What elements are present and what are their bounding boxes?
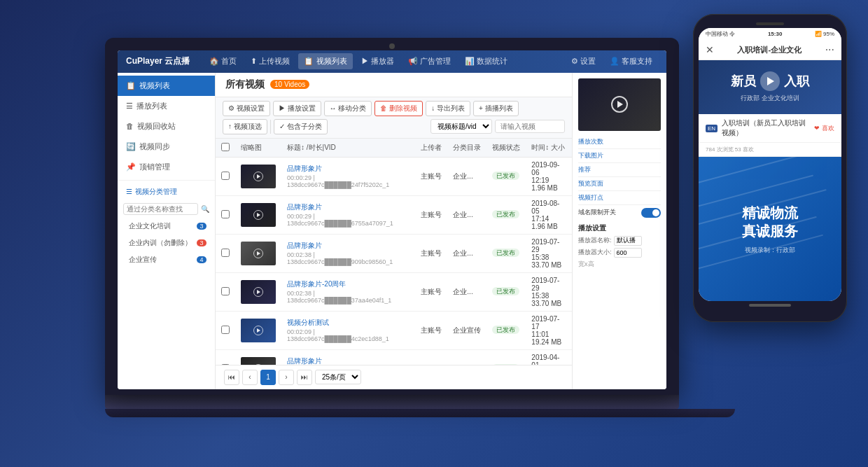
- toolbar-top-select[interactable]: ↑ 视频顶选: [223, 119, 267, 134]
- trash-icon: 🗑: [126, 122, 134, 130]
- player-name-row: 播放器名称:: [578, 236, 661, 246]
- phone-play-circle[interactable]: [760, 71, 780, 91]
- row-thumbnail: [235, 195, 281, 234]
- video-title-link[interactable]: 品牌形象片-20周年: [287, 279, 410, 289]
- video-title-link[interactable]: 品牌形象片: [287, 356, 410, 365]
- table-row: 品牌形象片-20周年 00:02:38 | 138dcc9667c██████3…: [216, 272, 572, 311]
- battery-label: 95%: [823, 31, 834, 37]
- phone-ad-sub: 视频录制：行政部: [745, 246, 795, 255]
- row-uploader: 主账号: [415, 272, 447, 311]
- sidebar-item-video-list[interactable]: 📋 视频列表: [118, 76, 215, 96]
- page-first-btn[interactable]: ⏮: [224, 370, 239, 385]
- sidebar-item-playlist[interactable]: ☰ 播放列表: [118, 96, 215, 116]
- video-title-link[interactable]: 品牌形象片: [287, 164, 410, 174]
- toolbar-export-list[interactable]: ↓ 导出列表: [426, 101, 470, 116]
- toolbar-insert-playlist[interactable]: + 插播列表: [473, 101, 519, 116]
- preview-recommend[interactable]: 推荐: [578, 163, 661, 177]
- search-icon[interactable]: 🔍: [201, 205, 209, 213]
- nav-player[interactable]: ▶ 播放器: [356, 53, 400, 69]
- video-table: 缩略图 标题↕ /时长|VID 上传者 分类目录 视频状态 时间↕ 大小: [216, 139, 572, 365]
- row-uploader: 主账号: [415, 349, 447, 365]
- sidebar-item-recycle[interactable]: 🗑 视频回收站: [118, 116, 215, 137]
- video-title-link[interactable]: 品牌形象片: [287, 241, 410, 251]
- preview-page[interactable]: 预览页面: [578, 177, 661, 191]
- phone-lang-badge: EN: [706, 125, 718, 132]
- row-title-cell: 品牌形象片-20周年 00:02:38 | 138dcc9667c██████3…: [281, 272, 415, 311]
- row-title-cell: 品牌形象片 00:00:29 | 138dcc9667c██████24f7f5…: [281, 157, 415, 195]
- toolbar-include-sub[interactable]: ✓ 包含子分类: [274, 119, 328, 134]
- row-select-checkbox[interactable]: [221, 249, 230, 257]
- video-title-link[interactable]: 视频分析测试: [287, 318, 410, 328]
- nav-stats[interactable]: 📊 数据统计: [459, 53, 513, 69]
- table-header-row: 缩略图 标题↕ /时长|VID 上传者 分类目录 视频状态 时间↕ 大小: [216, 139, 572, 158]
- sidebar-category-training[interactable]: 企业内训（勿删除） 3: [118, 235, 215, 251]
- player-size-label: 播放器大小:: [578, 248, 612, 257]
- phone-hero: 新员 入职 行政部 企业文化培训: [699, 60, 841, 114]
- sidebar-item-sync[interactable]: 🔄 视频同步: [118, 137, 215, 157]
- toolbar-video-settings[interactable]: ⚙ 视频设置: [223, 101, 270, 116]
- sidebar-category-culture[interactable]: 企业文化培训 3: [118, 218, 215, 235]
- row-time: 2019-09-0612:191.96 MB: [526, 157, 572, 195]
- row-time: 2019-07-2915:3833.70 MB: [526, 234, 572, 272]
- sidebar-category-promo[interactable]: 企业宣传 4: [118, 251, 215, 268]
- toolbar-move-category[interactable]: ↔ 移动分类: [324, 101, 372, 116]
- row-time: 2019-08-0517:141.96 MB: [526, 195, 572, 234]
- phone-nav-title: 入职培训-企业文化: [737, 45, 802, 55]
- phone-close-btn[interactable]: ✕: [706, 44, 714, 55]
- promo-badge: 4: [197, 256, 206, 263]
- page-next-btn[interactable]: ›: [279, 370, 294, 385]
- col-checkbox: [216, 139, 235, 158]
- phone-ad-title: 精诚物流真诚服务: [742, 204, 798, 240]
- per-page-select[interactable]: 25条/页: [315, 370, 361, 384]
- page-current[interactable]: 1: [260, 370, 276, 385]
- toolbar-play-settings[interactable]: ▶ 播放设置: [273, 101, 321, 116]
- nav-support[interactable]: 👤 客服支持: [604, 53, 658, 69]
- page-prev-btn[interactable]: ‹: [242, 370, 258, 385]
- preview-play-btn[interactable]: [611, 96, 628, 113]
- row-status: 已发布: [486, 311, 526, 349]
- domain-switch-label: 域名限制开关: [578, 208, 616, 217]
- col-thumbnail: 缩略图: [235, 139, 281, 158]
- row-uploader: 主账号: [415, 157, 447, 195]
- row-select-checkbox[interactable]: [221, 210, 230, 218]
- row-time: 2019-07-1711:0119.24 MB: [526, 311, 572, 349]
- nav-home[interactable]: 🏠 首页: [204, 53, 242, 69]
- preview-play-count[interactable]: 播放次数: [578, 135, 661, 149]
- preview-timepoint[interactable]: 视频打点: [578, 191, 661, 205]
- player-size-input[interactable]: [614, 248, 642, 258]
- toolbar-separator: [270, 120, 271, 134]
- row-select-checkbox[interactable]: [221, 287, 230, 295]
- phone-more-btn[interactable]: ···: [825, 43, 834, 56]
- row-title-cell: 品牌形象片 00:02:38 | 138dcc9667c██████909bc9…: [281, 234, 415, 272]
- domain-toggle[interactable]: [641, 208, 661, 218]
- phone-video-info: EN 入职培训（新员工入职培训视频） ❤ 喜欢: [699, 114, 841, 143]
- row-select-checkbox[interactable]: [221, 326, 230, 334]
- phone-stats: 784 次浏览 53 喜欢: [699, 143, 841, 157]
- video-title-link[interactable]: 品牌形象片: [287, 202, 410, 212]
- nav-ads[interactable]: 📢 广告管理: [402, 53, 456, 69]
- row-select-checkbox[interactable]: [221, 172, 230, 180]
- col-category: 分类目录: [447, 139, 486, 158]
- sidebar-item-top[interactable]: 📌 顶销管理: [118, 157, 215, 177]
- phone-like-btn[interactable]: ❤ 喜欢: [814, 124, 834, 133]
- player-settings-title: 播放设置: [578, 221, 661, 236]
- row-uploader: 主账号: [415, 195, 447, 234]
- nav-settings[interactable]: ⚙ 设置: [566, 53, 601, 69]
- toolbar: ⚙ 视频设置 ▶ 播放设置 ↔ 移动分类 🗑 删除视频 ↓ 导出列表 + 插播列…: [216, 97, 572, 139]
- sidebar-search-input[interactable]: [123, 203, 198, 215]
- sidebar-category-mgmt[interactable]: ☰ 视频分类管理: [118, 183, 215, 200]
- page-last-btn[interactable]: ⏭: [297, 370, 312, 385]
- toolbar-right: 视频标题/vid: [430, 119, 565, 134]
- nav-video-list[interactable]: 📋 视频列表: [298, 53, 352, 69]
- row-checkbox: [216, 234, 235, 272]
- row-checkbox: [216, 195, 235, 234]
- table-row: 品牌形象片 00:00:29 | 138dcc9667c██████6755a4…: [216, 195, 572, 234]
- toolbar-search-input[interactable]: [495, 120, 565, 133]
- toolbar-delete-video[interactable]: 🗑 删除视频: [374, 101, 423, 116]
- toolbar-sort-select[interactable]: 视频标题/vid: [430, 119, 492, 134]
- select-all-checkbox[interactable]: [221, 143, 230, 151]
- domain-switch-row: 域名限制开关: [578, 205, 661, 221]
- nav-upload[interactable]: ⬆ 上传视频: [245, 53, 295, 69]
- preview-download-img[interactable]: 下载图片: [578, 149, 661, 163]
- player-name-input[interactable]: [614, 236, 642, 246]
